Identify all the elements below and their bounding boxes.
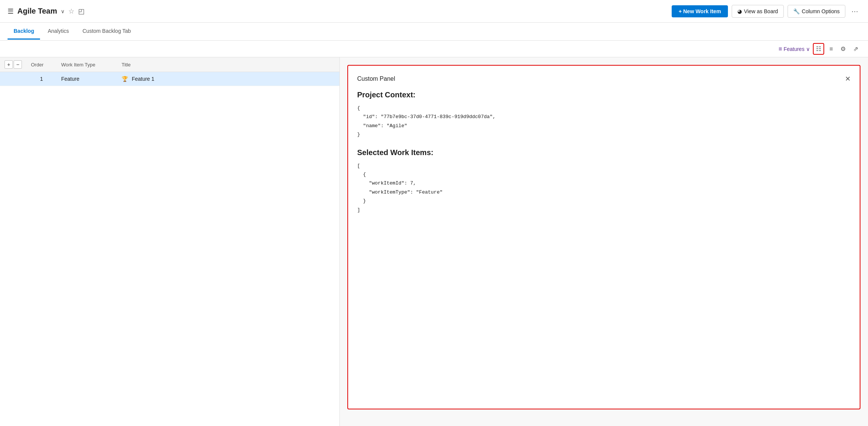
trophy-icon: 🏆 <box>122 76 128 82</box>
favorite-icon[interactable]: ☆ <box>68 7 74 15</box>
panel-header: Custom Panel ✕ <box>357 75 851 83</box>
view-as-board-button[interactable]: ◕ View as Board <box>732 5 784 18</box>
features-label: Features <box>783 46 804 52</box>
app-header: ☰ Agile Team ∨ ☆ ◰ + New Work Item ◕ Vie… <box>0 0 868 23</box>
row-order-cell: 1 <box>26 72 57 86</box>
panel-close-button[interactable]: ✕ <box>845 75 851 83</box>
column-options-label: Column Options <box>802 8 840 14</box>
expand-icon: ⇗ <box>853 46 858 52</box>
selected-work-items-heading: Selected Work Items: <box>357 148 851 157</box>
people-icon[interactable]: ◰ <box>78 7 85 15</box>
project-context-code: { "id": "77b7e9bc-37d0-4771-839c-919d9dd… <box>357 104 851 139</box>
add-item-button[interactable]: + <box>5 60 13 69</box>
table-header-row: + − Order Work Item Type Title <box>0 57 339 72</box>
filter-lines-icon: ≡ <box>779 46 782 52</box>
project-context-heading: Project Context: <box>357 91 851 99</box>
team-chevron-icon[interactable]: ∨ <box>61 8 65 14</box>
toolbar-row: ≡ Features ∨ ☷ ≡ ⚙ ⇗ <box>0 41 868 57</box>
row-title-text: Feature 1 <box>132 76 154 82</box>
team-name: Agile Team <box>17 7 57 15</box>
col-header-type: Work Item Type <box>57 57 117 72</box>
sort-icon: ≡ <box>829 46 833 52</box>
row-title-cell: 🏆 Feature 1 <box>117 72 339 86</box>
remove-item-button[interactable]: − <box>14 60 22 69</box>
table-row[interactable]: 1 Feature 🏆 Feature 1 <box>0 72 339 86</box>
col-header-order: Order <box>26 57 57 72</box>
expand-button[interactable]: ⇗ <box>851 44 860 54</box>
hamburger-icon[interactable]: ☰ <box>8 7 14 15</box>
main-content: ≡ Features ∨ ☷ ≡ ⚙ ⇗ + − <box>0 41 868 426</box>
panel-title: Custom Panel <box>357 75 395 82</box>
tab-custom-backlog[interactable]: Custom Backlog Tab <box>77 23 137 40</box>
row-type-cell: Feature <box>57 72 117 86</box>
settings-button[interactable]: ⚙ <box>838 44 848 54</box>
tab-bar: Backlog Analytics Custom Backlog Tab <box>0 23 868 41</box>
header-left: ☰ Agile Team ∨ ☆ ◰ <box>8 7 85 15</box>
custom-panel: Custom Panel ✕ Project Context: { "id": … <box>347 65 860 409</box>
col-header-actions: + − <box>0 57 26 72</box>
column-options-icon: 🔧 <box>793 8 800 14</box>
column-options-button[interactable]: 🔧 Column Options <box>788 5 845 18</box>
sort-button[interactable]: ≡ <box>827 44 835 54</box>
new-work-item-button[interactable]: + New Work Item <box>672 5 728 17</box>
view-board-icon: ◕ <box>737 8 742 14</box>
filter-icon: ☷ <box>816 45 821 52</box>
gear-icon: ⚙ <box>840 46 846 52</box>
more-options-button[interactable]: ⋯ <box>849 6 860 17</box>
left-panel: + − Order Work Item Type Title 1 Feature… <box>0 41 340 426</box>
features-dropdown[interactable]: ≡ Features ∨ <box>779 46 810 52</box>
tab-analytics[interactable]: Analytics <box>42 23 75 40</box>
header-right: + New Work Item ◕ View as Board 🔧 Column… <box>672 5 860 18</box>
col-header-title: Title <box>117 57 339 72</box>
tab-backlog[interactable]: Backlog <box>8 23 40 40</box>
work-item-table: + − Order Work Item Type Title 1 Feature… <box>0 57 339 86</box>
features-chevron-icon: ∨ <box>806 46 810 52</box>
row-actions-cell <box>0 72 26 86</box>
view-board-label: View as Board <box>744 8 778 14</box>
selected-work-items-code: [ { "workItemId": 7, "workItemType": "Fe… <box>357 161 851 214</box>
right-panel: Custom Panel ✕ Project Context: { "id": … <box>340 41 868 426</box>
filter-button[interactable]: ☷ <box>813 43 824 55</box>
